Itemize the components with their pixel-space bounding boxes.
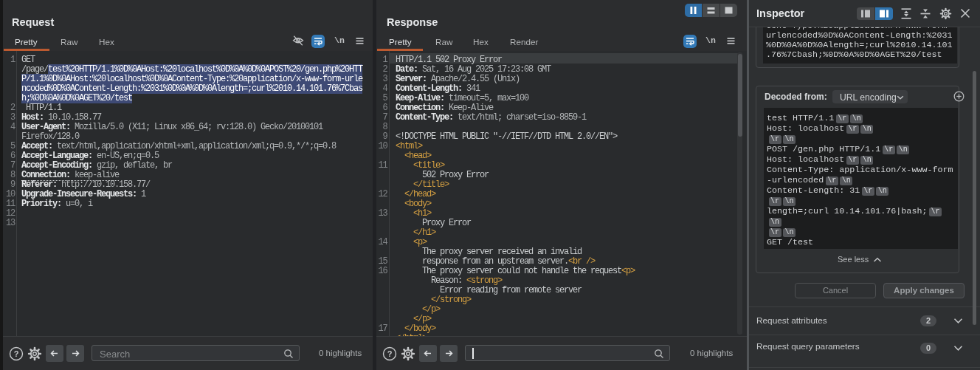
svg-text:?: ?	[387, 349, 393, 358]
svg-text:?: ?	[14, 349, 19, 358]
